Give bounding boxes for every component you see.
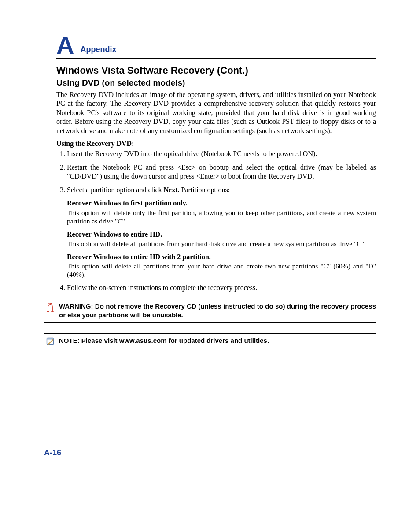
intro-paragraph: The Recovery DVD includes an image of th…: [56, 90, 376, 135]
page: A Appendix Windows Vista Software Recove…: [0, 0, 420, 506]
note-icon: [44, 336, 56, 345]
list-heading: Using the Recovery DVD:: [56, 140, 376, 148]
warning-text: WARNING: Do not remove the Recovery CD (…: [56, 302, 376, 320]
option-2-title: Recover Windows to entire HD.: [67, 230, 376, 239]
page-number: A-16: [44, 448, 61, 458]
steps-list: Insert the Recovery DVD into the optical…: [56, 149, 376, 292]
warning-callout: WARNING: Do not remove the Recovery CD (…: [44, 299, 376, 323]
step-2: Restart the Notebook PC and press <Esc> …: [67, 163, 376, 181]
svg-rect-1: [47, 338, 54, 340]
option-1: Recover Windows to first partition only.…: [67, 199, 376, 225]
option-3-desc: This option will delete all partitions f…: [67, 262, 376, 279]
option-2: Recover Windows to entire HD. This optio…: [67, 230, 376, 248]
page-title: Windows Vista Software Recovery (Cont.): [56, 65, 376, 76]
option-3: Recover Windows to entire HD with 2 part…: [67, 253, 376, 279]
page-subtitle: Using DVD (on selected models): [56, 78, 376, 88]
step-3-bold: Next.: [164, 186, 180, 193]
step-3-post: Partition options:: [179, 186, 230, 193]
step-3: Select a partition option and click Next…: [67, 186, 376, 279]
note-callout: NOTE: Please visit www.asus.com for upda…: [44, 333, 376, 348]
note-text: NOTE: Please visit www.asus.com for upda…: [56, 336, 376, 345]
option-2-desc: This option will delete all partitions f…: [67, 240, 376, 248]
option-3-title: Recover Windows to entire HD with 2 part…: [67, 253, 376, 261]
option-1-title: Recover Windows to first partition only.: [67, 199, 376, 208]
option-1-desc: This option will delete only the first p…: [67, 209, 376, 226]
section-label: Appendix: [80, 45, 116, 54]
step-4: Follow the on-screen instructions to com…: [67, 283, 376, 292]
step-1: Insert the Recovery DVD into the optical…: [67, 149, 376, 158]
section-header: A Appendix: [56, 33, 376, 59]
section-letter: A: [56, 33, 74, 58]
warning-icon: [44, 302, 56, 312]
step-3-pre: Select a partition option and click: [67, 186, 164, 193]
